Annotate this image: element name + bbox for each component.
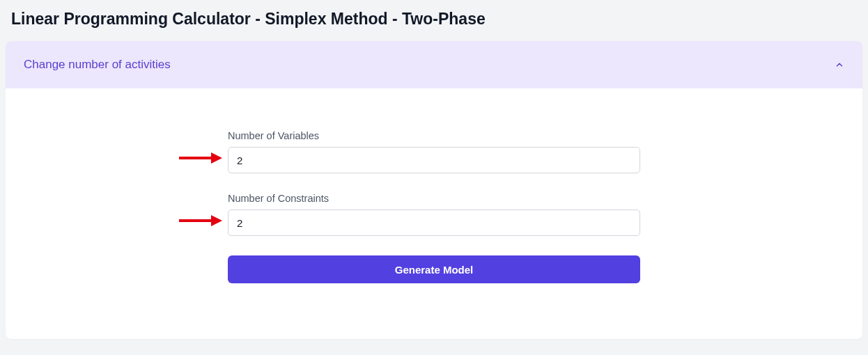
generate-model-button[interactable]: Generate Model — [228, 255, 640, 283]
variables-input[interactable] — [228, 147, 640, 173]
page-title: Linear Programming Calculator - Simplex … — [0, 0, 868, 41]
accordion-header[interactable]: Change number of activities — [6, 41, 862, 88]
accordion-body: Number of Variables Number of Constraint… — [6, 88, 862, 339]
arrow-right-icon — [178, 214, 222, 228]
settings-card: Change number of activities Number of Va… — [6, 41, 862, 339]
accordion-title: Change number of activities — [24, 58, 171, 72]
svg-marker-1 — [211, 152, 222, 164]
form-container: Number of Variables Number of Constraint… — [228, 130, 640, 283]
variables-group: Number of Variables — [228, 130, 640, 173]
svg-marker-3 — [211, 215, 222, 226]
arrow-right-icon — [178, 151, 222, 165]
chevron-up-icon — [835, 60, 844, 70]
constraints-input[interactable] — [228, 210, 640, 236]
constraints-label: Number of Constraints — [228, 193, 640, 204]
constraints-group: Number of Constraints — [228, 193, 640, 236]
variables-label: Number of Variables — [228, 130, 640, 141]
